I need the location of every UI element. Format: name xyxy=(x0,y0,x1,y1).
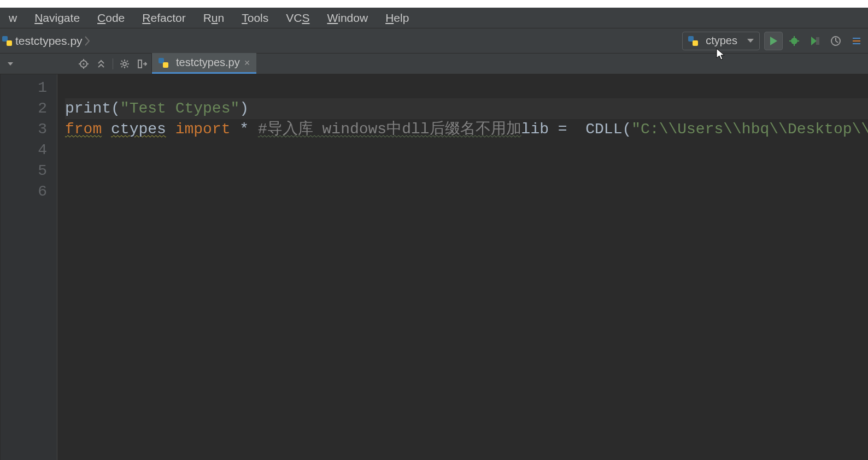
tab-testctypes[interactable]: testctypes.py × xyxy=(152,53,256,74)
locate-icon[interactable] xyxy=(78,58,90,70)
line-number: 4 xyxy=(1,140,47,161)
gutter: 123456 xyxy=(1,74,57,460)
svg-line-22 xyxy=(127,66,128,67)
svg-line-6 xyxy=(836,41,838,43)
project-toolbar xyxy=(0,54,152,74)
menu-navigate[interactable]: Navigate xyxy=(26,9,89,27)
code-editor[interactable]: 123456 print("Test Ctypes")from ctypes i… xyxy=(1,74,868,460)
chevron-down-icon[interactable] xyxy=(8,62,13,66)
code-line: #导入库 windows中dll后缀名不用加 xyxy=(258,121,521,138)
svg-rect-3 xyxy=(816,37,819,45)
profile-button[interactable] xyxy=(826,32,845,50)
run-button[interactable] xyxy=(764,32,783,50)
svg-line-24 xyxy=(121,66,122,67)
run-coverage-button[interactable] xyxy=(806,32,824,50)
hide-icon[interactable] xyxy=(136,58,148,70)
menu-help[interactable]: Help xyxy=(377,9,418,27)
project-view-label[interactable] xyxy=(3,57,7,70)
svg-point-11 xyxy=(83,63,85,64)
main-menu-bar: w Navigate Code Refactor Run Tools VCS W… xyxy=(0,8,868,28)
python-file-icon xyxy=(159,58,168,68)
tab-label: testctypes.py xyxy=(176,56,240,69)
chevron-right-icon xyxy=(83,32,92,50)
title-bar-remnant xyxy=(0,0,868,8)
menu-code[interactable]: Code xyxy=(89,9,133,27)
python-icon xyxy=(688,36,698,46)
gear-icon[interactable] xyxy=(119,58,131,70)
menu-window[interactable]: Window xyxy=(318,9,377,27)
menu-run[interactable]: Run xyxy=(195,9,233,27)
chevron-down-icon xyxy=(747,39,754,43)
line-number: 2 xyxy=(1,98,47,119)
line-number: 6 xyxy=(1,181,47,202)
editor-tabs: testctypes.py × xyxy=(152,54,868,74)
divider xyxy=(113,58,113,69)
code-area[interactable]: print("Test Ctypes")from ctypes import *… xyxy=(57,74,868,460)
svg-point-16 xyxy=(123,62,126,66)
search-everywhere-button[interactable] xyxy=(847,32,866,50)
code-line: print("Test Ctypes") xyxy=(65,98,868,119)
main-area: ig C:\Users\hbq\Desktop\De stctypes.tlog… xyxy=(0,74,868,460)
line-number: 3 xyxy=(1,119,47,140)
breadcrumb[interactable]: testctypes.py xyxy=(0,28,98,53)
menu-refactor[interactable]: Refactor xyxy=(133,9,194,27)
toolbar-row: testctypes.py × xyxy=(0,54,868,74)
run-config-selector[interactable]: ctypes xyxy=(682,32,760,50)
code-line xyxy=(249,121,258,138)
svg-line-21 xyxy=(121,61,122,62)
debug-button[interactable] xyxy=(785,32,804,50)
close-icon[interactable]: × xyxy=(244,58,250,68)
menu-vcs[interactable]: VCS xyxy=(277,9,318,27)
code-line: lib = CDLL("C:\\Users\\hbq\\Desktop\\Deb… xyxy=(521,121,868,138)
menu-view[interactable]: w xyxy=(0,9,26,27)
code-line: from ctypes import * xyxy=(65,121,249,138)
line-number: 5 xyxy=(1,161,47,181)
line-number: 1 xyxy=(1,78,47,98)
collapse-all-icon[interactable] xyxy=(95,58,107,70)
svg-line-23 xyxy=(127,61,128,62)
run-config-label: ctypes xyxy=(706,34,737,47)
menu-tools[interactable]: Tools xyxy=(233,9,277,27)
python-file-icon xyxy=(2,36,12,46)
navigation-bar: testctypes.py ctypes xyxy=(0,28,868,54)
breadcrumb-file: testctypes.py xyxy=(15,34,83,48)
svg-rect-25 xyxy=(138,60,142,68)
